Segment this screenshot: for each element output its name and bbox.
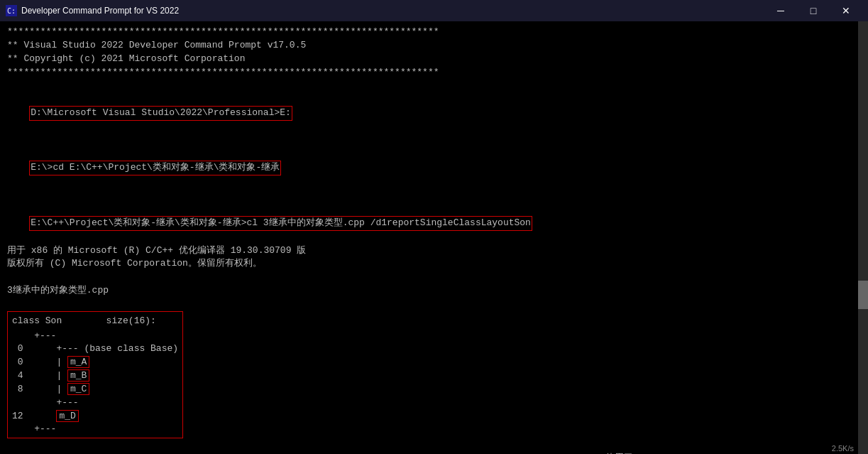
app-icon: C: bbox=[6, 5, 17, 16]
compiler-line2: 版权所有 (C) Microsoft Corporation。保留所有权利。 bbox=[7, 257, 861, 271]
blank-3 bbox=[7, 189, 861, 202]
header-line2: ** Copyright (c) 2021 Microsoft Corporat… bbox=[7, 53, 861, 66]
window-controls: ─ □ ✕ bbox=[764, 0, 862, 21]
mD-box: m_D bbox=[56, 410, 78, 422]
mA-box: m_A bbox=[67, 356, 89, 368]
tree-line2: 0 +--- (base class Base) bbox=[12, 342, 178, 356]
prompt-line1: D:\Microsoft Visual Studio\2022\Professi… bbox=[7, 92, 861, 134]
tree-mC: 8 | m_C bbox=[12, 383, 178, 396]
svg-text:C:: C: bbox=[7, 7, 16, 15]
stars-top: ****************************************… bbox=[7, 26, 861, 39]
blank-5 bbox=[7, 298, 861, 311]
maximize-button[interactable]: □ bbox=[797, 0, 830, 21]
blank-1 bbox=[7, 79, 861, 92]
prompt2-box: E:\>cd E:\C++\Project\类和对象-继承\类和对象-继承 bbox=[29, 161, 281, 175]
prompt-line2: E:\>cd E:\C++\Project\类和对象-继承\类和对象-继承 bbox=[7, 148, 861, 190]
tree-line8: +--- bbox=[12, 423, 178, 436]
class-header: class Son size(16): bbox=[12, 315, 178, 328]
window-title: Developer Command Prompt for VS 2022 bbox=[21, 6, 764, 16]
tree-line1: +--- bbox=[12, 330, 178, 343]
titlebar: C: Developer Command Prompt for VS 2022 … bbox=[0, 0, 868, 21]
source-file: 3继承中的对象类型.cpp bbox=[7, 284, 861, 298]
blank-2 bbox=[7, 134, 861, 148]
mC-box: m_C bbox=[67, 383, 89, 395]
scrollbar-thumb[interactable] bbox=[858, 281, 868, 309]
tree-mB: 4 | m_B bbox=[12, 369, 178, 383]
header-line1: ** Visual Studio 2022 Developer Command … bbox=[7, 39, 861, 53]
prompt-line3: E:\C++\Project\类和对象-继承\类和对象-继承>cl 3继承中的对… bbox=[7, 202, 861, 244]
stars-bottom: ****************************************… bbox=[7, 66, 861, 80]
blank-4 bbox=[7, 271, 861, 284]
network-status: 2.5K/s bbox=[832, 444, 854, 453]
class-layout-box: class Son size(16): +--- 0 +--- (base cl… bbox=[7, 311, 183, 439]
mB-box: m_B bbox=[67, 369, 89, 382]
tree-mD: 12 m_D bbox=[12, 410, 178, 423]
close-button[interactable]: ✕ bbox=[830, 0, 862, 21]
blank-6 bbox=[7, 438, 861, 452]
network-speed: 2.5K/s bbox=[832, 444, 854, 453]
tree-line6: +--- bbox=[12, 396, 178, 410]
tree-mA: 0 | m_A bbox=[12, 356, 178, 369]
scrollbar[interactable] bbox=[858, 21, 868, 454]
prompt1-box: D:\Microsoft Visual Studio\2022\Professi… bbox=[29, 106, 292, 121]
compiler-line1: 用于 x86 的 Microsoft (R) C/C++ 优化编译器 19.30… bbox=[7, 244, 861, 258]
minimize-button[interactable]: ─ bbox=[764, 0, 797, 21]
prompt3-box: E:\C++\Project\类和对象-继承\类和对象-继承>cl 3继承中的对… bbox=[29, 216, 532, 231]
terminal-body: ****************************************… bbox=[0, 21, 868, 454]
